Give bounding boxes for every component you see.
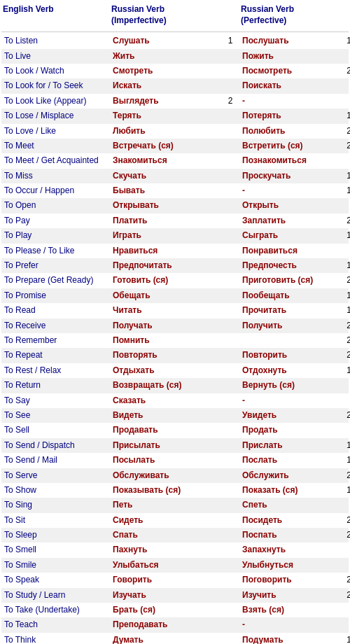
cell-num-perfective: 2 bbox=[346, 140, 350, 152]
cell-perfective-wrap: Послать1 bbox=[241, 454, 350, 467]
cell-num-perfective: 2 bbox=[346, 589, 350, 601]
table-row: To PlayИгратьСыграть1 bbox=[1, 228, 349, 243]
cell-perfective-wrap: Заплатить2 bbox=[241, 214, 350, 227]
cell-english: To Rest / Relax bbox=[3, 364, 111, 377]
cell-perfective-wrap: Пообещать1 bbox=[241, 289, 350, 302]
cell-perfective: Запахнуть bbox=[242, 544, 286, 556]
cell-perfective-wrap: Получить2 bbox=[241, 319, 350, 332]
cell-perfective: Открыть bbox=[242, 200, 279, 211]
cell-num-perfective: 1 bbox=[346, 110, 350, 122]
cell-perfective-wrap: Встретить (ся)2 bbox=[241, 139, 350, 153]
cell-english: To Smile bbox=[3, 559, 111, 572]
cell-imperfective: Пахнуть bbox=[111, 543, 220, 556]
table-row: To ReadЧитатьПрочитать1 bbox=[1, 303, 349, 318]
cell-perfective-wrap: Улыбнуться bbox=[241, 559, 350, 572]
cell-num-perfective: 1 bbox=[346, 484, 350, 496]
cell-perfective-wrap: Посмотреть2 bbox=[241, 64, 350, 78]
cell-num-imperfective bbox=[220, 244, 241, 246]
cell-imperfective: Платить bbox=[111, 214, 220, 227]
cell-imperfective: Повторять bbox=[111, 349, 220, 362]
table-row: To SpeakГоворитьПоговорить2 bbox=[1, 573, 349, 587]
cell-english: To Look for / To Seek bbox=[3, 79, 111, 92]
cell-num-perfective: 1 bbox=[346, 185, 350, 197]
cell-imperfective: Нравиться bbox=[111, 244, 220, 258]
cell-perfective: Получить bbox=[242, 320, 282, 332]
cell-num-imperfective bbox=[220, 64, 241, 66]
cell-english: To Say bbox=[3, 394, 111, 407]
header-imperfective: Russian Verb (Imperfective) bbox=[111, 4, 220, 26]
cell-num-perfective: 2 bbox=[346, 514, 350, 526]
cell-imperfective: Читать bbox=[111, 304, 220, 317]
table-row: To OpenОткрыватьОткрыть bbox=[1, 198, 349, 213]
cell-num-imperfective bbox=[220, 514, 241, 515]
table-row: To Study / LearnИзучатьИзучить2 bbox=[1, 588, 349, 603]
cell-perfective: Приготовить (ся) bbox=[242, 274, 313, 286]
cell-num-imperfective bbox=[220, 304, 241, 305]
cell-imperfective: Преподавать bbox=[111, 618, 220, 631]
cell-english: To Serve bbox=[3, 469, 111, 482]
cell-english: To Live bbox=[3, 50, 111, 63]
cell-perfective: Посидеть bbox=[242, 514, 282, 526]
cell-num-perfective: 2 bbox=[346, 349, 350, 361]
cell-perfective-wrap: Показать (ся)1 bbox=[241, 484, 350, 497]
table-row: To Send / MailПосылатьПослать1 bbox=[1, 453, 349, 468]
table-row: To RepeatПовторятьПовторить2 bbox=[1, 348, 349, 363]
table-row: To LiveЖитьПожить bbox=[1, 49, 349, 64]
cell-perfective: Предпочесть bbox=[242, 260, 297, 272]
table-row: To SleepСпатьПоспать2 bbox=[1, 528, 349, 542]
cell-perfective-wrap: - bbox=[241, 94, 350, 108]
cell-num-perfective: 1 bbox=[346, 35, 350, 47]
table-row: To ServeОбслуживатьОбслужить2 bbox=[1, 468, 349, 483]
cell-perfective-wrap: Познакомиться bbox=[241, 154, 350, 167]
cell-num-perfective: 1 bbox=[346, 260, 350, 272]
cell-imperfective: Говорить bbox=[111, 573, 220, 587]
cell-imperfective: Видеть bbox=[111, 409, 220, 422]
table-row: To SmellПахнутьЗапахнуть bbox=[1, 542, 349, 557]
cell-english: To Look Like (Appear) bbox=[3, 94, 111, 108]
cell-english: To Sing bbox=[3, 498, 111, 512]
cell-imperfective: Открывать bbox=[111, 199, 220, 212]
cell-num-imperfective bbox=[220, 528, 241, 530]
table-body: To ListenСлушать1Послушать1To LiveЖитьПо… bbox=[1, 34, 349, 644]
cell-perfective: Послать bbox=[242, 454, 277, 466]
cell-english: To Prepare (Get Ready) bbox=[3, 274, 111, 287]
cell-num-imperfective bbox=[220, 364, 241, 365]
cell-perfective-wrap: Поговорить2 bbox=[241, 573, 350, 587]
cell-perfective-wrap: Вернуть (ся) bbox=[241, 379, 350, 392]
cell-english: To Open bbox=[3, 199, 111, 212]
cell-english: To Smell bbox=[3, 543, 111, 556]
table-row: To MeetВстречать (ся)Встретить (ся)2 bbox=[1, 139, 349, 153]
main-container: English Verb Russian Verb (Imperfective)… bbox=[0, 0, 350, 644]
header-english: English Verb bbox=[3, 4, 111, 26]
cell-perfective-wrap: Подумать1 bbox=[241, 634, 350, 644]
cell-num-imperfective bbox=[220, 109, 241, 111]
table-row: To ThinkДуматьПодумать1 bbox=[1, 633, 349, 644]
table-row: To ReturnВозвращать (ся)Вернуть (ся) bbox=[1, 378, 349, 393]
table-row: To Love / LikeЛюбитьПолюбить2 bbox=[1, 124, 349, 139]
cell-english: To Promise bbox=[3, 289, 111, 302]
cell-perfective-wrap: - bbox=[241, 618, 350, 631]
cell-perfective-wrap: Потерять1 bbox=[241, 109, 350, 122]
cell-num-imperfective bbox=[220, 409, 241, 410]
cell-imperfective: Посылать bbox=[111, 454, 220, 467]
cell-perfective: Взять (ся) bbox=[242, 604, 284, 616]
cell-imperfective: Терять bbox=[111, 109, 220, 122]
cell-perfective-wrap: Отдохнуть1 bbox=[241, 364, 350, 377]
cell-perfective-wrap: 2 bbox=[241, 334, 350, 347]
cell-english: To Please / To Like bbox=[3, 244, 111, 258]
cell-num-imperfective bbox=[220, 259, 241, 260]
table-row: To Meet / Get AcquaintedЗнакомитьсяПозна… bbox=[1, 153, 349, 168]
cell-num-perfective: 2 bbox=[346, 215, 350, 227]
cell-num-imperfective bbox=[220, 214, 241, 216]
cell-perfective: Сыграть bbox=[242, 230, 278, 241]
cell-english: To Show bbox=[3, 484, 111, 497]
cell-english: To Occur / Happen bbox=[3, 184, 111, 197]
cell-perfective: Проскучать bbox=[242, 170, 290, 182]
table-row: To SayСказать- bbox=[1, 393, 349, 408]
cell-perfective-wrap: Обслужить2 bbox=[241, 469, 350, 482]
cell-num-imperfective bbox=[220, 139, 241, 141]
cell-num-perfective: 1 bbox=[346, 304, 350, 316]
cell-perfective-wrap: Повторить2 bbox=[241, 349, 350, 362]
cell-imperfective: Сказать bbox=[111, 394, 220, 407]
cell-num-perfective: 2 bbox=[346, 320, 350, 332]
